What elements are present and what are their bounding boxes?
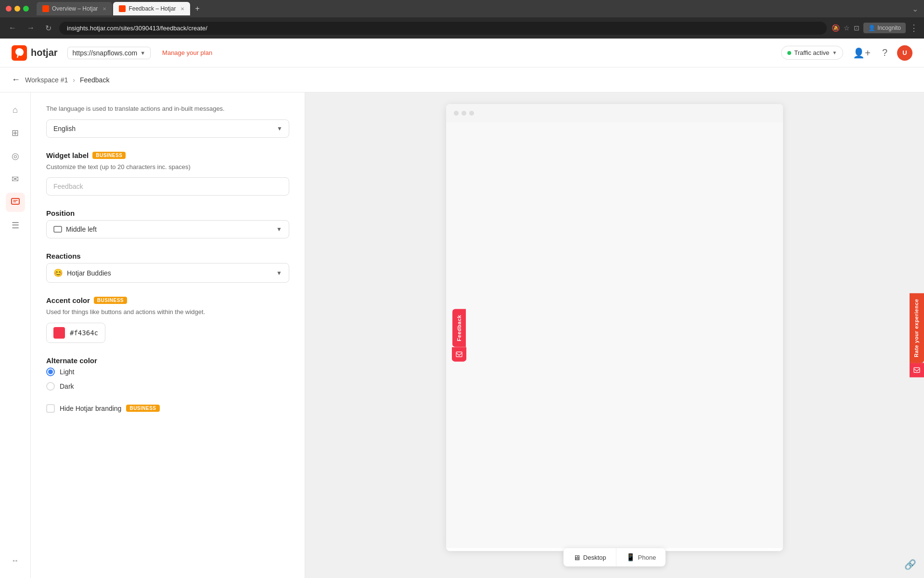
radio-dark-circle — [46, 382, 55, 391]
svg-rect-4 — [456, 352, 462, 356]
preview-dot-3 — [469, 111, 474, 116]
address-icons: 🔕 ☆ ⊡ 👤 Incognito ⋮ — [832, 23, 918, 33]
svg-rect-2 — [54, 226, 62, 232]
sidebar-item-observe[interactable]: ◎ — [6, 146, 25, 166]
browser-menu-icon[interactable]: ⋮ — [910, 23, 918, 33]
radio-light[interactable]: Light — [46, 368, 289, 376]
tab-feedback[interactable]: Feedback – Hotjar ✕ — [113, 2, 190, 15]
sidebar-item-feedback[interactable] — [6, 193, 25, 212]
hotjar-logo-icon — [12, 45, 27, 61]
breadcrumb-separator: › — [73, 76, 75, 84]
tab-favicon-feedback — [119, 5, 126, 12]
incognito-icon: 👤 — [868, 25, 875, 31]
accent-color-hex: #f4364c — [70, 329, 98, 337]
sidebar-item-extras[interactable]: ☰ — [6, 216, 25, 235]
link-icon[interactable]: 🔗 — [904, 559, 916, 570]
right-feedback-tab-label[interactable]: Rate your experience — [910, 293, 924, 363]
preview-browser: Feedback — [446, 104, 783, 551]
breadcrumb-workspace: Workspace #1 — [25, 76, 68, 84]
tab-overview[interactable]: Overview – Hotjar ✕ — [37, 2, 112, 15]
incognito-label: Incognito — [877, 25, 901, 31]
tab-overview-label: Overview – Hotjar — [52, 5, 98, 12]
position-dropdown-wrapper: Middle left ▼ — [46, 220, 289, 238]
preview-feedback-icon-box — [452, 347, 466, 361]
reload-button[interactable]: ↻ — [42, 22, 54, 35]
star-icon[interactable]: ☆ — [844, 24, 850, 32]
radio-light-circle — [46, 368, 55, 376]
language-dropdown-wrapper: English ▼ — [46, 119, 289, 138]
position-title: Position — [46, 209, 289, 217]
tab-close-feedback[interactable]: ✕ — [180, 6, 184, 12]
accent-color-section: Accent color BUSINESS Used for things li… — [46, 296, 289, 343]
widget-label-title-row: Widget label BUSINESS — [46, 151, 289, 159]
add-tab-button[interactable]: + — [191, 2, 203, 15]
mute-icon: 🔕 — [832, 24, 840, 32]
right-feedback-widget[interactable]: Rate your experience — [910, 293, 924, 377]
traffic-active-label: Traffic active — [794, 49, 829, 56]
sidebar-item-ask[interactable]: ✉ — [6, 170, 25, 189]
address-input[interactable] — [59, 22, 827, 35]
position-value: Middle left — [66, 225, 97, 233]
tab-feedback-label: Feedback – Hotjar — [128, 5, 176, 12]
radio-dark[interactable]: Dark — [46, 382, 289, 391]
sidebar-item-dashboard[interactable]: ⊞ — [6, 123, 25, 143]
phone-view-button[interactable]: 📱 Phone — [616, 548, 666, 566]
add-user-button[interactable]: 👤+ — [851, 45, 873, 61]
phone-icon: 📱 — [626, 553, 635, 562]
sidebar-item-home[interactable]: ⌂ — [6, 100, 25, 119]
accent-color-title-row: Accent color BUSINESS — [46, 296, 289, 304]
forward-button[interactable]: → — [24, 22, 38, 34]
hide-branding-badge: BUSINESS — [126, 405, 159, 412]
alternate-color-section: Alternate color Light Dark — [46, 356, 289, 391]
reactions-title: Reactions — [46, 252, 289, 260]
color-swatch-button[interactable]: #f4364c — [46, 323, 105, 343]
position-select[interactable]: Middle left ▼ — [46, 220, 289, 238]
preview-dot-1 — [454, 111, 459, 116]
widget-label-input[interactable] — [46, 177, 289, 196]
traffic-dot-icon — [787, 51, 791, 55]
widget-label-hint: Customize the text (up to 20 characters … — [46, 162, 289, 172]
browser-chevron-icon[interactable]: ⌄ — [912, 4, 918, 13]
reactions-dropdown-arrow-icon: ▼ — [276, 270, 282, 276]
alternate-color-title: Alternate color — [46, 356, 289, 365]
desktop-view-button[interactable]: 🖥 Desktop — [564, 548, 616, 566]
dot-maximize[interactable] — [23, 6, 29, 12]
accent-color-hint: Used for things like buttons and actions… — [46, 307, 289, 317]
email-icon — [913, 367, 920, 374]
preview-toolbar: 🖥 Desktop 📱 Phone — [564, 548, 666, 566]
tab-close-overview[interactable]: ✕ — [103, 6, 106, 12]
preview-feedback-widget[interactable]: Feedback — [452, 309, 466, 362]
alternate-color-radio-group: Light Dark — [46, 368, 289, 391]
widget-label-title: Widget label — [46, 151, 89, 159]
extensions-icon[interactable]: ⊡ — [854, 24, 860, 32]
right-feedback-icon — [910, 363, 924, 378]
sidebar-expand-button[interactable]: ↔ — [6, 551, 25, 570]
preview-browser-dots — [446, 104, 783, 122]
language-select[interactable]: English — [46, 119, 289, 138]
hide-branding-checkbox-row[interactable]: Hide Hotjar branding BUSINESS — [46, 404, 289, 413]
address-bar: ← → ↻ 🔕 ☆ ⊡ 👤 Incognito ⋮ — [0, 17, 924, 39]
manage-plan-link[interactable]: Manage your plan — [162, 49, 212, 56]
accent-color-title: Accent color — [46, 296, 90, 304]
desktop-view-label: Desktop — [583, 554, 606, 561]
incognito-button[interactable]: 👤 Incognito — [863, 23, 906, 33]
back-button[interactable]: ← — [6, 22, 19, 34]
browser-dots — [6, 6, 29, 12]
hotjar-logo[interactable]: hotjar — [12, 45, 58, 61]
header-right: Traffic active ▼ 👤+ ? U — [781, 45, 912, 61]
help-button[interactable]: ? — [880, 45, 889, 60]
dot-close[interactable] — [6, 6, 12, 12]
back-button[interactable]: ← — [12, 75, 20, 85]
site-selector[interactable]: https://snapflows.com ▼ — [67, 47, 151, 59]
main-layout: ⌂ ⊞ ◎ ✉ ☰ ↔ The language is used to tran… — [0, 92, 924, 578]
site-chevron-icon: ▼ — [140, 50, 145, 56]
preview-feedback-tab[interactable]: Feedback — [452, 309, 466, 347]
traffic-active-indicator[interactable]: Traffic active ▼ — [781, 46, 843, 60]
hide-branding-section: Hide Hotjar branding BUSINESS — [46, 404, 289, 413]
preview-feedback-label: Feedback — [456, 315, 462, 342]
dot-minimize[interactable] — [14, 6, 20, 12]
user-avatar[interactable]: U — [897, 45, 912, 61]
reactions-select[interactable]: 😊 Hotjar Buddies ▼ — [46, 263, 289, 283]
desktop-icon: 🖥 — [573, 553, 580, 562]
hide-branding-checkbox[interactable] — [46, 404, 55, 413]
